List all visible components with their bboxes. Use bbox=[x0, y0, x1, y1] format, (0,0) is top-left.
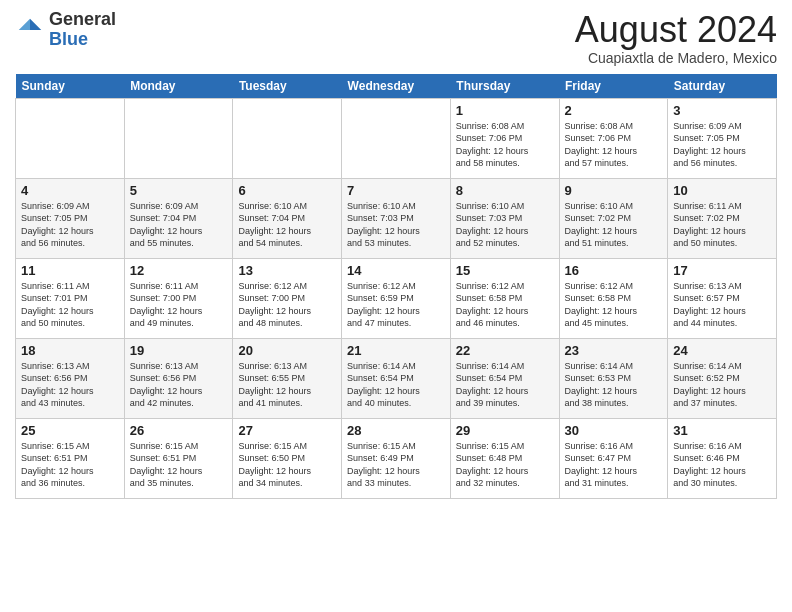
header-friday: Friday bbox=[559, 74, 668, 99]
day-cell: 9Sunrise: 6:10 AM Sunset: 7:02 PM Daylig… bbox=[559, 178, 668, 258]
day-number: 7 bbox=[347, 183, 445, 198]
day-number: 19 bbox=[130, 343, 228, 358]
day-cell: 26Sunrise: 6:15 AM Sunset: 6:51 PM Dayli… bbox=[124, 418, 233, 498]
day-number: 24 bbox=[673, 343, 771, 358]
day-info: Sunrise: 6:14 AM Sunset: 6:52 PM Dayligh… bbox=[673, 360, 771, 410]
day-number: 31 bbox=[673, 423, 771, 438]
day-cell: 21Sunrise: 6:14 AM Sunset: 6:54 PM Dayli… bbox=[342, 338, 451, 418]
day-number: 27 bbox=[238, 423, 336, 438]
day-cell: 8Sunrise: 6:10 AM Sunset: 7:03 PM Daylig… bbox=[450, 178, 559, 258]
header-thursday: Thursday bbox=[450, 74, 559, 99]
day-number: 16 bbox=[565, 263, 663, 278]
day-cell: 12Sunrise: 6:11 AM Sunset: 7:00 PM Dayli… bbox=[124, 258, 233, 338]
day-number: 11 bbox=[21, 263, 119, 278]
day-number: 15 bbox=[456, 263, 554, 278]
day-number: 30 bbox=[565, 423, 663, 438]
month-year: August 2024 bbox=[575, 10, 777, 50]
day-number: 26 bbox=[130, 423, 228, 438]
logo: General Blue bbox=[15, 10, 116, 50]
week-row-2: 4Sunrise: 6:09 AM Sunset: 7:05 PM Daylig… bbox=[16, 178, 777, 258]
svg-marker-1 bbox=[19, 19, 30, 30]
day-cell: 19Sunrise: 6:13 AM Sunset: 6:56 PM Dayli… bbox=[124, 338, 233, 418]
day-cell: 20Sunrise: 6:13 AM Sunset: 6:55 PM Dayli… bbox=[233, 338, 342, 418]
day-number: 28 bbox=[347, 423, 445, 438]
day-cell: 25Sunrise: 6:15 AM Sunset: 6:51 PM Dayli… bbox=[16, 418, 125, 498]
day-info: Sunrise: 6:12 AM Sunset: 7:00 PM Dayligh… bbox=[238, 280, 336, 330]
day-info: Sunrise: 6:09 AM Sunset: 7:05 PM Dayligh… bbox=[21, 200, 119, 250]
day-info: Sunrise: 6:12 AM Sunset: 6:58 PM Dayligh… bbox=[565, 280, 663, 330]
day-info: Sunrise: 6:10 AM Sunset: 7:03 PM Dayligh… bbox=[456, 200, 554, 250]
day-cell: 27Sunrise: 6:15 AM Sunset: 6:50 PM Dayli… bbox=[233, 418, 342, 498]
day-cell: 17Sunrise: 6:13 AM Sunset: 6:57 PM Dayli… bbox=[668, 258, 777, 338]
day-cell: 18Sunrise: 6:13 AM Sunset: 6:56 PM Dayli… bbox=[16, 338, 125, 418]
day-info: Sunrise: 6:12 AM Sunset: 6:58 PM Dayligh… bbox=[456, 280, 554, 330]
day-info: Sunrise: 6:15 AM Sunset: 6:51 PM Dayligh… bbox=[130, 440, 228, 490]
header-wednesday: Wednesday bbox=[342, 74, 451, 99]
title-block: August 2024 Cuapiaxtla de Madero, Mexico bbox=[575, 10, 777, 66]
header-monday: Monday bbox=[124, 74, 233, 99]
day-cell bbox=[16, 98, 125, 178]
day-cell: 15Sunrise: 6:12 AM Sunset: 6:58 PM Dayli… bbox=[450, 258, 559, 338]
day-cell bbox=[342, 98, 451, 178]
day-info: Sunrise: 6:14 AM Sunset: 6:53 PM Dayligh… bbox=[565, 360, 663, 410]
day-cell: 14Sunrise: 6:12 AM Sunset: 6:59 PM Dayli… bbox=[342, 258, 451, 338]
day-number: 29 bbox=[456, 423, 554, 438]
day-cell: 22Sunrise: 6:14 AM Sunset: 6:54 PM Dayli… bbox=[450, 338, 559, 418]
day-number: 23 bbox=[565, 343, 663, 358]
calendar-table: SundayMondayTuesdayWednesdayThursdayFrid… bbox=[15, 74, 777, 499]
day-cell: 1Sunrise: 6:08 AM Sunset: 7:06 PM Daylig… bbox=[450, 98, 559, 178]
logo-text: General Blue bbox=[49, 10, 116, 50]
day-info: Sunrise: 6:11 AM Sunset: 7:00 PM Dayligh… bbox=[130, 280, 228, 330]
day-info: Sunrise: 6:15 AM Sunset: 6:50 PM Dayligh… bbox=[238, 440, 336, 490]
day-number: 10 bbox=[673, 183, 771, 198]
day-info: Sunrise: 6:08 AM Sunset: 7:06 PM Dayligh… bbox=[565, 120, 663, 170]
day-number: 1 bbox=[456, 103, 554, 118]
location: Cuapiaxtla de Madero, Mexico bbox=[575, 50, 777, 66]
day-number: 17 bbox=[673, 263, 771, 278]
day-info: Sunrise: 6:15 AM Sunset: 6:49 PM Dayligh… bbox=[347, 440, 445, 490]
day-info: Sunrise: 6:13 AM Sunset: 6:57 PM Dayligh… bbox=[673, 280, 771, 330]
day-number: 22 bbox=[456, 343, 554, 358]
page-header: General Blue August 2024 Cuapiaxtla de M… bbox=[15, 10, 777, 66]
week-row-5: 25Sunrise: 6:15 AM Sunset: 6:51 PM Dayli… bbox=[16, 418, 777, 498]
day-cell: 23Sunrise: 6:14 AM Sunset: 6:53 PM Dayli… bbox=[559, 338, 668, 418]
logo-general: General bbox=[49, 10, 116, 30]
day-number: 5 bbox=[130, 183, 228, 198]
day-cell bbox=[233, 98, 342, 178]
day-cell bbox=[124, 98, 233, 178]
day-cell: 6Sunrise: 6:10 AM Sunset: 7:04 PM Daylig… bbox=[233, 178, 342, 258]
calendar-body: 1Sunrise: 6:08 AM Sunset: 7:06 PM Daylig… bbox=[16, 98, 777, 498]
day-cell: 5Sunrise: 6:09 AM Sunset: 7:04 PM Daylig… bbox=[124, 178, 233, 258]
week-row-1: 1Sunrise: 6:08 AM Sunset: 7:06 PM Daylig… bbox=[16, 98, 777, 178]
day-info: Sunrise: 6:11 AM Sunset: 7:01 PM Dayligh… bbox=[21, 280, 119, 330]
day-cell: 28Sunrise: 6:15 AM Sunset: 6:49 PM Dayli… bbox=[342, 418, 451, 498]
day-number: 18 bbox=[21, 343, 119, 358]
day-info: Sunrise: 6:09 AM Sunset: 7:05 PM Dayligh… bbox=[673, 120, 771, 170]
day-number: 21 bbox=[347, 343, 445, 358]
day-number: 14 bbox=[347, 263, 445, 278]
day-info: Sunrise: 6:16 AM Sunset: 6:47 PM Dayligh… bbox=[565, 440, 663, 490]
day-number: 4 bbox=[21, 183, 119, 198]
header-sunday: Sunday bbox=[16, 74, 125, 99]
day-number: 12 bbox=[130, 263, 228, 278]
day-info: Sunrise: 6:13 AM Sunset: 6:55 PM Dayligh… bbox=[238, 360, 336, 410]
day-info: Sunrise: 6:13 AM Sunset: 6:56 PM Dayligh… bbox=[130, 360, 228, 410]
header-row: SundayMondayTuesdayWednesdayThursdayFrid… bbox=[16, 74, 777, 99]
header-saturday: Saturday bbox=[668, 74, 777, 99]
week-row-3: 11Sunrise: 6:11 AM Sunset: 7:01 PM Dayli… bbox=[16, 258, 777, 338]
day-number: 13 bbox=[238, 263, 336, 278]
day-cell: 11Sunrise: 6:11 AM Sunset: 7:01 PM Dayli… bbox=[16, 258, 125, 338]
day-number: 6 bbox=[238, 183, 336, 198]
day-info: Sunrise: 6:15 AM Sunset: 6:48 PM Dayligh… bbox=[456, 440, 554, 490]
day-number: 25 bbox=[21, 423, 119, 438]
day-number: 9 bbox=[565, 183, 663, 198]
day-cell: 29Sunrise: 6:15 AM Sunset: 6:48 PM Dayli… bbox=[450, 418, 559, 498]
day-info: Sunrise: 6:10 AM Sunset: 7:04 PM Dayligh… bbox=[238, 200, 336, 250]
day-info: Sunrise: 6:13 AM Sunset: 6:56 PM Dayligh… bbox=[21, 360, 119, 410]
day-cell: 7Sunrise: 6:10 AM Sunset: 7:03 PM Daylig… bbox=[342, 178, 451, 258]
day-info: Sunrise: 6:16 AM Sunset: 6:46 PM Dayligh… bbox=[673, 440, 771, 490]
day-number: 8 bbox=[456, 183, 554, 198]
header-tuesday: Tuesday bbox=[233, 74, 342, 99]
day-cell: 4Sunrise: 6:09 AM Sunset: 7:05 PM Daylig… bbox=[16, 178, 125, 258]
day-cell: 30Sunrise: 6:16 AM Sunset: 6:47 PM Dayli… bbox=[559, 418, 668, 498]
